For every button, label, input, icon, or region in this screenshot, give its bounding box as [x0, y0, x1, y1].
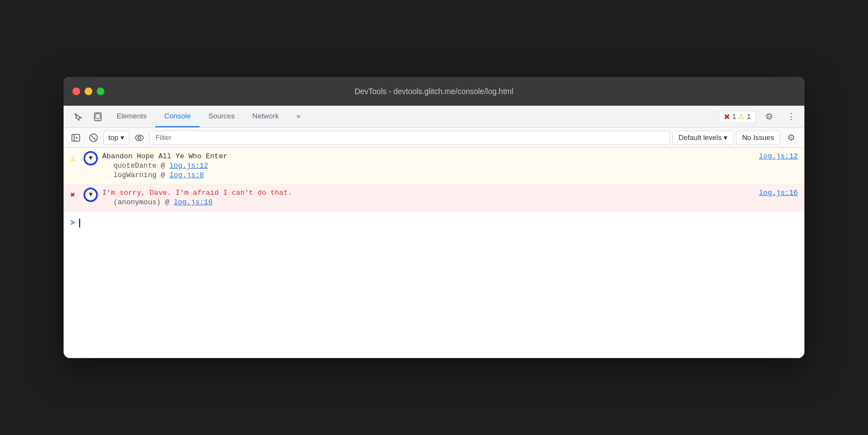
- warning-count: 1: [747, 113, 751, 121]
- error-location-link[interactable]: log.js:16: [759, 189, 798, 197]
- warning-main-text: Abandon Hope All Ye Who Enter: [102, 152, 227, 160]
- console-settings-button[interactable]: ⚙: [782, 129, 800, 147]
- tab-console[interactable]: Console: [155, 106, 200, 127]
- warning-message: Abandon Hope All Ye Who Enter quoteDante…: [102, 152, 748, 179]
- warning-link-2[interactable]: log.js:8: [169, 171, 203, 179]
- warning-stack-line-2: logWarning @ log.js:8: [102, 171, 748, 179]
- console-gear-icon: ⚙: [787, 132, 795, 143]
- console-prompt: >: [70, 219, 75, 227]
- context-selector[interactable]: top ▾: [103, 131, 129, 145]
- row-left-error: ✖ ▼ I'm sorry, Dave. I'm afraid I can't …: [70, 189, 748, 206]
- inspect-icon[interactable]: [68, 106, 88, 127]
- svg-line-7: [91, 136, 96, 140]
- svg-point-8: [135, 135, 143, 141]
- console-input-row: >: [64, 211, 804, 234]
- console-toolbar: top ▾ Default levels ▾ No Issues ⚙: [64, 128, 804, 148]
- titlebar: DevTools - devtools.glitch.me/console/lo…: [64, 77, 804, 106]
- error-main-text: I'm sorry, Dave. I'm afraid I can't do t…: [102, 189, 292, 197]
- context-label: top: [108, 133, 118, 142]
- console-content: ⚠ ▼ Abandon Hope All Ye Who Enter quoteD…: [64, 148, 804, 358]
- error-message: I'm sorry, Dave. I'm afraid I can't do t…: [102, 189, 748, 206]
- svg-marker-5: [76, 137, 78, 139]
- default-levels-button[interactable]: Default levels ▾: [672, 131, 734, 145]
- default-levels-label: Default levels: [678, 133, 721, 142]
- maximize-button[interactable]: [97, 87, 104, 95]
- tab-sources[interactable]: Sources: [200, 106, 244, 127]
- traffic-lights: [72, 87, 104, 95]
- settings-button[interactable]: ⚙: [760, 108, 778, 126]
- row-left-warning: ⚠ ▼ Abandon Hope All Ye Who Enter quoteD…: [70, 152, 748, 179]
- device-icon[interactable]: [88, 106, 108, 127]
- window-title: DevTools - devtools.glitch.me/console/lo…: [354, 87, 513, 96]
- sidebar-toggle-button[interactable]: [68, 130, 83, 146]
- filter-input[interactable]: [149, 131, 670, 145]
- console-row-error: ✖ ▼ I'm sorry, Dave. I'm afraid I can't …: [64, 184, 804, 211]
- no-issues-button[interactable]: No Issues: [736, 131, 780, 145]
- warning-badge-icon: ⚠: [738, 112, 745, 121]
- warning-location: log.js:12: [759, 152, 798, 160]
- eye-button[interactable]: [132, 130, 147, 146]
- error-stack-line-1: (anonymous) @ log.js:16: [102, 198, 748, 206]
- devtools-window: DevTools - devtools.glitch.me/console/lo…: [64, 77, 804, 358]
- warning-location-link[interactable]: log.js:12: [759, 152, 798, 160]
- vertical-dots-icon: ⋮: [787, 111, 796, 122]
- expand-error-icon: ▼: [88, 191, 92, 199]
- warning-stack-line-1: quoteDante @ log.js:12: [102, 162, 748, 170]
- error-location: log.js:16: [759, 189, 798, 197]
- expand-warning-icon: ▼: [88, 154, 92, 162]
- gear-icon: ⚙: [765, 111, 773, 122]
- warning-link-1[interactable]: log.js:12: [169, 162, 208, 170]
- svg-point-2: [97, 119, 98, 120]
- expand-warning-button[interactable]: ▼: [83, 151, 98, 165]
- tab-elements[interactable]: Elements: [108, 106, 155, 127]
- warning-icon: ⚠: [70, 153, 80, 163]
- error-link-1[interactable]: log.js:16: [174, 198, 212, 206]
- tab-more[interactable]: »: [287, 106, 309, 127]
- more-options-button[interactable]: ⋮: [782, 108, 800, 126]
- clear-console-button[interactable]: [86, 130, 101, 146]
- svg-rect-1: [96, 114, 100, 118]
- expand-error-button[interactable]: ▼: [83, 188, 98, 202]
- devtools-tabbar: Elements Console Sources Network » ✖ 1 ⚠…: [64, 106, 804, 128]
- close-button[interactable]: [72, 87, 80, 95]
- error-warning-badge[interactable]: ✖ 1 ⚠ 1: [719, 111, 756, 123]
- console-cursor: [79, 219, 80, 227]
- console-row-warning: ⚠ ▼ Abandon Hope All Ye Who Enter quoteD…: [64, 148, 804, 184]
- tabs-right-actions: ✖ 1 ⚠ 1 ⚙ ⋮: [719, 106, 800, 127]
- tab-network[interactable]: Network: [244, 106, 288, 127]
- chevron-down-icon: ▾: [121, 133, 124, 142]
- no-issues-label: No Issues: [742, 133, 774, 142]
- svg-point-9: [138, 136, 141, 139]
- error-icon: ✖: [70, 190, 80, 200]
- levels-chevron-icon: ▾: [724, 133, 728, 142]
- minimize-button[interactable]: [85, 87, 92, 95]
- error-badge-icon: ✖: [724, 112, 730, 121]
- error-count: 1: [733, 113, 736, 121]
